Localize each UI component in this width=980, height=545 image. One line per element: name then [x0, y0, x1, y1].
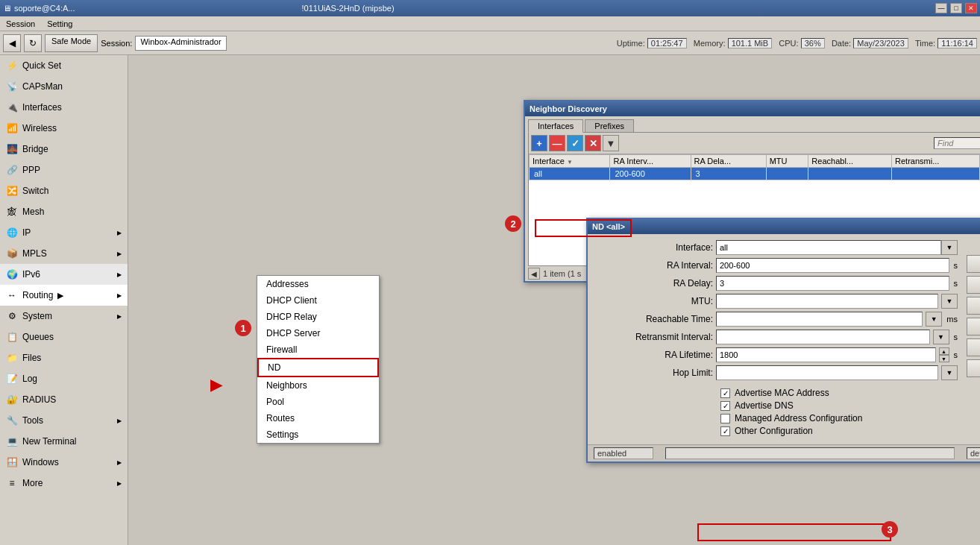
sidebar-label-mesh: Mesh [22, 207, 44, 217]
sidebar-item-log[interactable]: 📝 Log [0, 368, 128, 389]
sidebar-item-queues[interactable]: 📋 Queues [0, 327, 128, 347]
ra-lifetime-up[interactable]: ▲ [939, 347, 949, 355]
sidebar-item-windows[interactable]: 🪟 Windows [0, 452, 128, 473]
nd-dialog-body: Interface: ▼ RA Interval: s [588, 234, 980, 444]
nd-add-button[interactable]: + [531, 135, 547, 151]
sidebar-item-ppp[interactable]: 🔗 PPP [0, 160, 128, 180]
submenu-neighbors[interactable]: Neighbors [257, 377, 379, 394]
submenu-pool[interactable]: Pool [257, 394, 379, 410]
retransmit-dropdown[interactable]: ▼ [933, 330, 949, 344]
cpu-label: CPU: [779, 39, 798, 48]
sidebar-label-ip: IP [22, 227, 31, 238]
menu-setting[interactable]: Setting [44, 19, 75, 29]
sidebar-item-tools[interactable]: 🔧 Tools [0, 410, 128, 431]
sidebar-item-quick-set[interactable]: ⚡ Quick Set [0, 55, 128, 76]
ra-lifetime-down[interactable]: ▼ [939, 355, 949, 362]
log-icon: 📝 [6, 373, 18, 385]
managed-address-row: Managed Address Configuration [720, 413, 958, 423]
ra-interval-label: RA Interval: [594, 260, 713, 271]
submenu-addresses[interactable]: Addresses [257, 276, 379, 292]
mtu-dropdown[interactable]: ▼ [941, 294, 958, 309]
ra-lifetime-spinner[interactable]: ▲ ▼ [939, 347, 949, 362]
sidebar-item-mpls[interactable]: 📦 MPLS [0, 243, 128, 264]
nd-filter-button[interactable]: ▼ [603, 135, 619, 151]
sidebar-item-routing[interactable]: ↔ Routing ▶ [0, 285, 128, 306]
submenu-dhcp-relay[interactable]: DHCP Relay [257, 309, 379, 325]
nd-remove-button[interactable]: — [549, 135, 565, 151]
sidebar-item-ipv6[interactable]: 🌍 IPv6 [0, 264, 128, 285]
scroll-left-button[interactable]: ◀ [528, 268, 540, 280]
sidebar-item-bridge[interactable]: 🌉 Bridge [0, 139, 128, 160]
tab-prefixes[interactable]: Prefixes [585, 119, 634, 132]
ra-delay-label: RA Delay: [594, 278, 713, 289]
retransmit-label: Retransmit Interval: [594, 332, 713, 342]
ra-interval-row: RA Interval: s [594, 258, 958, 273]
submenu-settings[interactable]: Settings [257, 426, 379, 443]
nd-window-title: Neighbor Discovery [530, 104, 607, 113]
ra-interval-input[interactable] [716, 258, 949, 273]
submenu-dhcp-server[interactable]: DHCP Server [257, 325, 379, 341]
routing-arrow: ▶ [57, 291, 63, 300]
sidebar-item-interfaces[interactable]: 🔌 Interfaces [0, 97, 128, 118]
advertise-mac-checkbox[interactable]: ✓ [720, 388, 730, 398]
managed-address-checkbox[interactable] [720, 414, 730, 423]
submenu-routes[interactable]: Routes [257, 410, 379, 426]
close-button[interactable]: ✕ [965, 3, 977, 13]
sidebar-item-new-terminal[interactable]: 💻 New Terminal [0, 431, 128, 452]
hop-limit-input[interactable] [716, 365, 938, 380]
sidebar-label-system: System [22, 311, 52, 321]
ra-delay-input[interactable] [716, 276, 949, 291]
table-row[interactable]: all 200-600 3 1 [530, 168, 981, 180]
nd-find-input[interactable] [934, 137, 980, 149]
back-button[interactable]: ◀ [3, 34, 21, 52]
reachable-dropdown[interactable]: ▼ [926, 312, 942, 327]
tab-interfaces[interactable]: Interfaces [528, 119, 583, 133]
sidebar-item-radius[interactable]: 🔐 RADIUS [0, 389, 128, 410]
interface-input[interactable] [716, 240, 941, 255]
nd-tabs: Interfaces Prefixes [525, 116, 980, 132]
interface-dropdown[interactable]: ▼ [941, 240, 958, 255]
col-reachable: Reachabl... [808, 155, 892, 168]
sidebar-item-switch[interactable]: 🔀 Switch [0, 180, 128, 201]
refresh-button[interactable]: ↻ [24, 34, 42, 52]
hop-limit-dropdown[interactable]: ▼ [941, 365, 958, 380]
mpls-icon: 📦 [6, 248, 18, 259]
advertise-dns-checkbox[interactable]: ✓ [720, 401, 730, 411]
nd-enable-button[interactable]: ✓ [567, 135, 583, 151]
sidebar-label-switch: Switch [22, 186, 48, 196]
sidebar-item-system[interactable]: ⚙ System [0, 306, 128, 327]
other-config-checkbox[interactable]: ✓ [720, 426, 730, 436]
sidebar-item-ip[interactable]: 🌐 IP [0, 222, 128, 243]
dialog-buttons: OK Cancel Apply Disable Copy Remove [967, 255, 980, 377]
sidebar-item-wireless[interactable]: 📶 Wireless [0, 118, 128, 139]
ra-lifetime-input[interactable] [716, 347, 936, 362]
safe-mode-button[interactable]: Safe Mode [45, 34, 98, 52]
nd-disable-button[interactable]: ✕ [585, 135, 601, 151]
ok-button[interactable]: OK [967, 255, 980, 273]
disable-button[interactable]: Disable [967, 318, 980, 335]
sidebar-label-radius: RADIUS [22, 394, 56, 405]
reachable-time-input[interactable] [716, 312, 923, 327]
submenu-nd[interactable]: ND [257, 358, 379, 377]
menu-session[interactable]: Session [3, 19, 38, 29]
mtu-label: MTU: [594, 296, 713, 306]
remove-button[interactable]: Remove [967, 359, 980, 377]
submenu-firewall[interactable]: Firewall [257, 341, 379, 358]
sidebar-item-more[interactable]: ≡ More [0, 473, 128, 494]
sidebar-item-mesh[interactable]: 🕸 Mesh [0, 201, 128, 222]
maximize-button[interactable]: □ [950, 3, 962, 13]
copy-button[interactable]: Copy [967, 338, 980, 356]
memory-label: Memory: [694, 39, 726, 48]
apply-button[interactable]: Apply [967, 297, 980, 315]
minimize-button[interactable]: — [935, 3, 947, 13]
sidebar-item-capsman[interactable]: 📡 CAPsMan [0, 76, 128, 97]
retransmit-input[interactable] [716, 330, 930, 344]
submenu-dhcp-client[interactable]: DHCP Client [257, 292, 379, 309]
cancel-button[interactable]: Cancel [967, 276, 980, 294]
mtu-input[interactable] [716, 294, 938, 309]
sidebar-item-files[interactable]: 📁 Files [0, 347, 128, 368]
cell-mtu [766, 168, 808, 180]
toolbar: ◀ ↻ Safe Mode Session: Winbox-Administra… [0, 31, 980, 55]
col-retransmit: Retransmi... [892, 155, 980, 168]
new-terminal-icon: 💻 [6, 435, 18, 447]
